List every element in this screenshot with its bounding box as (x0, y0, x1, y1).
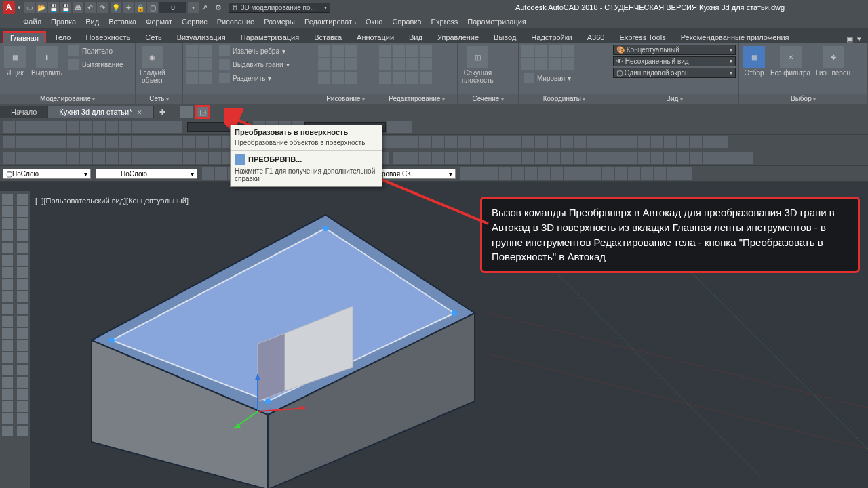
draw-tool-icon[interactable] (17, 413, 28, 424)
extrude-button[interactable]: ⬆Выдавить (30, 45, 64, 78)
tool-icon[interactable] (690, 136, 702, 148)
extrude-faces-button[interactable]: Выдавить грани ▾ (217, 58, 292, 70)
tool-icon[interactable] (690, 152, 702, 164)
draw-tool-icon[interactable] (17, 267, 28, 278)
tool-icon[interactable] (209, 152, 221, 164)
tool-icon[interactable] (677, 152, 689, 164)
draw-icon[interactable] (345, 72, 357, 84)
menu-window[interactable]: Окно (366, 18, 383, 26)
modify-icon[interactable] (393, 45, 405, 57)
tool-icon[interactable] (80, 136, 92, 148)
draw-tool-icon[interactable] (17, 255, 28, 266)
menu-service[interactable]: Сервис (182, 18, 208, 26)
tool-icon[interactable] (28, 121, 41, 133)
ucs-icon[interactable] (521, 58, 534, 70)
tab-addons[interactable]: Надстройки (524, 31, 578, 43)
menu-edit[interactable]: Правка (51, 18, 76, 26)
solid-edit-icon[interactable] (199, 72, 212, 84)
modify-icon[interactable] (379, 45, 391, 57)
tool-icon[interactable] (183, 152, 195, 164)
tool-icon[interactable] (561, 152, 573, 164)
tool-icon[interactable] (548, 152, 560, 164)
draw-icon[interactable] (332, 72, 344, 84)
tool-icon[interactable] (445, 136, 457, 148)
tool-icon[interactable] (599, 152, 612, 164)
tool-icon[interactable] (625, 136, 637, 148)
tool-icon[interactable] (132, 136, 144, 148)
tool-icon[interactable] (106, 121, 118, 133)
tab-insert[interactable]: Вставка (307, 31, 349, 43)
tool-icon[interactable] (564, 167, 576, 180)
tool-icon[interactable] (196, 152, 208, 164)
tab-surface[interactable]: Поверхность (79, 31, 137, 43)
panel-view-title[interactable]: Вид (610, 94, 738, 104)
modify-icon[interactable] (420, 58, 432, 70)
menu-dims[interactable]: Размеры (264, 18, 295, 26)
draw-tool-icon[interactable] (17, 243, 28, 253)
modify-icon[interactable] (393, 72, 405, 84)
tool-icon[interactable] (3, 121, 15, 133)
panel-mesh-title[interactable]: Сеть (136, 94, 182, 104)
smooth-button[interactable]: ◉Гладкий объект (138, 45, 167, 85)
draw-tool-icon[interactable] (17, 304, 28, 314)
tool-icon[interactable] (3, 152, 15, 164)
layer-color-combo[interactable]: ▢ ПоСлою (3, 169, 91, 179)
tool-icon[interactable] (157, 136, 170, 148)
tool-icon[interactable] (157, 121, 170, 133)
draw-tool-icon[interactable] (2, 340, 13, 351)
tool-icon[interactable] (215, 167, 227, 180)
gear-icon[interactable]: ⚙ (215, 3, 226, 12)
tool-icon[interactable] (522, 152, 534, 164)
modify-icon[interactable] (406, 72, 418, 84)
tool-icon[interactable] (54, 136, 66, 148)
tool-icon[interactable] (93, 136, 105, 148)
menu-file[interactable]: Файл (23, 18, 41, 26)
ucs-icon[interactable] (562, 58, 574, 70)
tool-icon[interactable] (612, 152, 625, 164)
tab-output[interactable]: Вывод (487, 31, 523, 43)
tool-icon[interactable] (654, 167, 666, 180)
tool-icon[interactable] (574, 152, 586, 164)
tool-icon[interactable] (612, 136, 625, 148)
modify-icon[interactable] (393, 58, 405, 70)
tool-icon[interactable] (67, 121, 79, 133)
tool-icon[interactable] (499, 167, 511, 180)
tool-icon[interactable] (119, 136, 131, 148)
share-icon[interactable]: ↗ (201, 3, 212, 12)
tool-icon[interactable] (419, 136, 431, 148)
draw-tool-icon[interactable] (2, 377, 13, 388)
modify-icon[interactable] (406, 45, 418, 57)
undo-icon[interactable]: ↶ (85, 2, 96, 13)
tool-icon[interactable] (599, 136, 612, 148)
tool-icon[interactable] (16, 152, 28, 164)
tool-icon[interactable] (484, 152, 496, 164)
presspull-button[interactable]: Вытягивание (66, 58, 125, 70)
tool-icon[interactable] (393, 136, 406, 148)
tab-annotate[interactable]: Аннотации (350, 31, 401, 43)
tool-icon[interactable] (651, 136, 663, 148)
tool-icon[interactable] (509, 152, 521, 164)
draw-tool-icon[interactable] (2, 243, 13, 253)
ribbon-min-icon[interactable]: ▣ (846, 35, 853, 43)
redo-icon[interactable]: ↷ (97, 2, 108, 13)
tool-icon[interactable] (512, 167, 524, 180)
tool-icon[interactable] (406, 136, 418, 148)
panel-draw-title[interactable]: Рисование (315, 94, 376, 104)
tab-home[interactable]: Главная (3, 31, 46, 43)
tool-icon[interactable] (715, 136, 728, 148)
tool-icon[interactable] (615, 167, 627, 180)
draw-tool-icon[interactable] (2, 426, 13, 436)
menu-param[interactable]: Параметризация (467, 18, 526, 26)
tab-param[interactable]: Параметризация (234, 31, 306, 43)
menu-format[interactable]: Формат (146, 18, 172, 26)
tab-mesh[interactable]: Сеть (138, 31, 168, 43)
polysolid-button[interactable]: Политело (66, 45, 125, 57)
tool-icon[interactable] (432, 136, 444, 148)
draw-tool-icon[interactable] (17, 230, 28, 241)
draw-icon[interactable] (345, 58, 357, 70)
separate-button[interactable]: Разделить ▾ (217, 72, 292, 84)
tool-icon[interactable] (119, 121, 131, 133)
tool-icon[interactable] (67, 136, 79, 148)
tool-icon[interactable] (93, 121, 105, 133)
layer-lock-icon[interactable]: 🔒 (135, 2, 146, 13)
